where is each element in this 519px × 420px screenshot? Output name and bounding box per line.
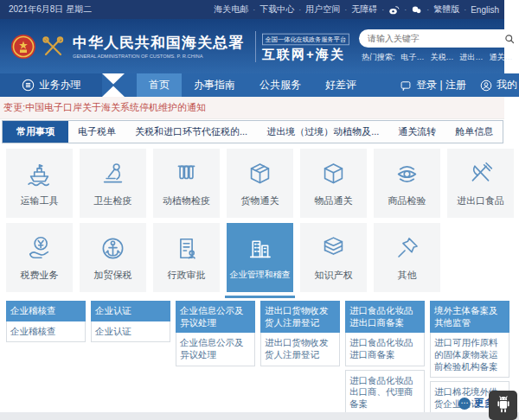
- wechat-icon[interactable]: [411, 4, 422, 16]
- language-link[interactable]: 繁體版: [433, 3, 459, 16]
- nav-tab[interactable]: 首页: [137, 73, 182, 97]
- service-tile[interactable]: 行政审批: [153, 223, 220, 292]
- service-tile-label: 其他: [398, 269, 417, 282]
- service-tile-label: 运输工具: [21, 194, 59, 207]
- category-tab[interactable]: 舱单信息: [445, 121, 503, 143]
- customs-portal-page: 2021年6月8日 星期二 海关电邮·下载中心·用户空间·无障碍···繁體版·E…: [0, 0, 519, 415]
- service-tile-label: 卫生检疫: [94, 194, 132, 207]
- hot-search-link[interactable]: 电子…: [401, 52, 425, 63]
- menu-icon: [22, 79, 35, 92]
- category-tab[interactable]: 常用事项: [3, 121, 68, 143]
- more-icon[interactable]: [458, 398, 471, 410]
- site-header: 中华人民共和国海关总署 GENERAL ADMINISTRATION OF CU…: [0, 19, 504, 73]
- notice-link[interactable]: 变更:中国电子口岸关于海关系统停机维护的通知: [3, 101, 206, 114]
- my-account-link[interactable]: 我的: [497, 78, 517, 92]
- service-tile-label: 商品检验: [388, 194, 426, 207]
- submenu-item[interactable]: 企业认证: [91, 321, 170, 343]
- submenu-item[interactable]: 进口可用作原料的固体废物装运前检验机构备案: [430, 333, 509, 378]
- category-tab[interactable]: 进出境（过境）动植物及...: [257, 121, 388, 143]
- ipr-books-icon: [319, 234, 348, 263]
- submenu-column: 企业认证企业认证: [91, 301, 170, 342]
- submenu-item[interactable]: 进出口货物收发货人注册登记: [260, 333, 340, 366]
- topbar-link[interactable]: 海关电邮: [214, 3, 248, 16]
- submenu-header[interactable]: 进口食品化妆品进出口商备案: [345, 301, 425, 333]
- submenu-item[interactable]: 企业信息公示及异议处理: [176, 333, 255, 366]
- submenu-header[interactable]: 企业认证: [91, 301, 170, 321]
- separator-dot: ·: [298, 5, 301, 14]
- submenu-header[interactable]: 企业信息公示及异议处理: [176, 301, 255, 333]
- customs-logo-icon: [40, 34, 66, 60]
- topbar-link[interactable]: 下载中心: [260, 3, 294, 16]
- category-tab[interactable]: 关税和进口环节代征税的...: [125, 121, 257, 143]
- service-tile[interactable]: 进出口食品: [447, 149, 514, 218]
- service-tile-label: 加贸保税: [94, 269, 132, 282]
- language-link[interactable]: English: [471, 5, 499, 15]
- service-tile[interactable]: 货物通关: [227, 149, 293, 218]
- submenu-column: 进出口货物收发货人注册登记进出口货物收发货人注册登记: [260, 301, 340, 366]
- service-tile-label: 进出口食品: [457, 194, 504, 207]
- service-tile-label: 物品通关: [315, 194, 353, 207]
- service-tile[interactable]: 物品通关: [300, 149, 367, 218]
- service-tile-label: 货物通关: [241, 194, 279, 207]
- login-register-link[interactable]: 登录 | 注册: [416, 78, 466, 92]
- topbar-link[interactable]: 无障碍: [351, 3, 377, 16]
- topbar: 2021年6月8日 星期二 海关电邮·下载中心·用户空间·无障碍···繁體版·E…: [0, 0, 504, 19]
- separator-dot: ·: [381, 5, 384, 14]
- submenu-item[interactable]: 进口食品化妆品进口商备案: [345, 333, 425, 366]
- footer-strip: [0, 412, 519, 420]
- grid-row: 运输工具卫生检疫动植物检疫货物通关物品通关商品检验进出口食品: [6, 149, 519, 218]
- parcel-box-icon: [319, 160, 348, 188]
- service-tile-label: 行政审批: [168, 269, 206, 282]
- service-tile[interactable]: 卫生检疫: [80, 149, 146, 218]
- hot-search-link[interactable]: 进出…: [460, 52, 484, 63]
- hot-search-label: 热门搜索:: [362, 52, 395, 63]
- enterprise-building-icon: [246, 234, 274, 263]
- platform-name: 互联网+海关: [262, 47, 359, 63]
- service-tile[interactable]: 加贸保税: [80, 223, 146, 292]
- tax-hand-icon: [25, 234, 54, 263]
- hot-search-link[interactable]: 关税…: [431, 52, 454, 63]
- nav-tab[interactable]: 办事指南: [182, 73, 247, 97]
- main-nav: 业务办理 首页办事指南公共服务好差评 登录 | 注册 我的: [0, 73, 519, 97]
- nav-tabs: 首页办事指南公共服务好差评: [137, 73, 368, 97]
- business-menu-button[interactable]: 业务办理: [0, 73, 102, 97]
- service-tile-label: 动植物检疫: [163, 194, 210, 207]
- service-tile[interactable]: 商品检验: [374, 149, 440, 218]
- topbar-links: 海关电邮·下载中心·用户空间·无障碍···繁體版·English: [214, 3, 499, 16]
- hot-search-items: 电子…关税…进出…通关…: [401, 52, 513, 63]
- submenu-item[interactable]: 企业稽核查: [6, 321, 86, 343]
- separator-dot: ·: [464, 5, 466, 14]
- cargo-box-icon: [246, 160, 274, 188]
- service-tile[interactable]: 税费业务: [6, 223, 73, 292]
- service-tile[interactable]: 其他: [374, 223, 440, 292]
- chat-icon: [400, 80, 412, 92]
- separator-dot: ·: [404, 5, 407, 14]
- android-widget[interactable]: [489, 391, 517, 420]
- search-icon[interactable]: [504, 34, 515, 44]
- nav-tab[interactable]: 公共服务: [247, 73, 313, 97]
- microscope-icon: [99, 160, 127, 188]
- service-tile[interactable]: 知识产权: [300, 223, 367, 292]
- submenu-item[interactable]: 进口食品化妆品出口商、代理商备案: [345, 370, 425, 416]
- weibo-icon[interactable]: [388, 4, 400, 16]
- hot-search-link[interactable]: 通关…: [490, 52, 513, 63]
- nav-tab[interactable]: 好差评: [313, 73, 368, 97]
- service-tile[interactable]: 动植物检疫: [153, 149, 220, 218]
- date-text: 2021年6月8日 星期二: [9, 3, 92, 16]
- service-tile[interactable]: 运输工具: [6, 149, 73, 218]
- category-tab[interactable]: 电子税单: [68, 121, 125, 143]
- anchor-icon: [99, 234, 127, 263]
- approval-doc-icon: [172, 234, 201, 263]
- business-menu-label: 业务办理: [40, 78, 81, 92]
- grid-row: 税费业务加贸保税行政审批企业管理和稽查知识产权其他: [6, 223, 519, 292]
- header-divider: [255, 31, 256, 62]
- topbar-link[interactable]: 用户空间: [305, 3, 340, 16]
- search-input[interactable]: [366, 33, 504, 44]
- separator-dot: ·: [344, 5, 347, 14]
- pin-icon: [393, 234, 421, 263]
- category-tab[interactable]: 通关流转: [388, 121, 445, 143]
- submenu-header[interactable]: 境外主体备案及其他监管: [430, 301, 509, 333]
- service-tile[interactable]: 企业管理和稽查: [227, 223, 293, 292]
- submenu-header[interactable]: 企业稽核查: [6, 301, 86, 321]
- submenu-header[interactable]: 进出口货物收发货人注册登记: [260, 301, 340, 333]
